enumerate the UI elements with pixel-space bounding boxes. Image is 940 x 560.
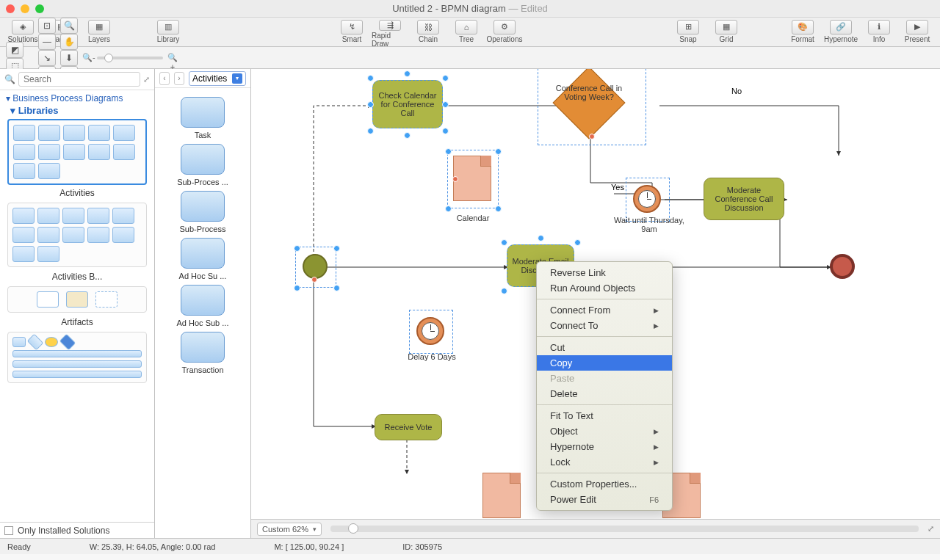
tb-present[interactable]: ▶Present (899, 18, 936, 46)
library-more[interactable] (7, 332, 147, 383)
label-wait: Wait until Thursday, 9am (614, 216, 684, 233)
menu-copy[interactable]: Copy (537, 355, 672, 371)
menu-custom-properties-[interactable]: Custom Properties... (537, 476, 672, 492)
content: 🔍 ⤢ ▾ Business Process Diagrams ▾ Librar… (0, 69, 940, 538)
search-input[interactable] (18, 72, 140, 87)
menu-fit-to-text[interactable]: Fit To Text (537, 408, 672, 423)
tool-button[interactable]: ⬇ (60, 50, 78, 66)
timer-wait[interactable] (633, 185, 661, 213)
menu-connect-from[interactable]: Connect From (537, 302, 672, 318)
shape-sub-proces-[interactable]: Sub-Proces ... (155, 144, 250, 186)
tb-snap[interactable]: ⊞Snap (670, 18, 706, 46)
status-wh: W: 25.39, H: 64.05, Angle: 0.00 rad (90, 542, 216, 551)
shape-ad-hoc-sub-[interactable]: Ad Hoc Sub ... (155, 285, 250, 327)
only-installed-toggle[interactable]: Only Installed Solutions (0, 522, 154, 538)
label-yes: Yes (611, 183, 624, 192)
tool-button[interactable]: 🔍 (60, 18, 78, 34)
tool-button[interactable]: — (38, 34, 56, 50)
shape-sub-process[interactable]: Sub-Process (155, 191, 250, 233)
task-moderate-cc[interactable]: Moderate Conference Call Discussion (704, 178, 784, 220)
label-delay: Delay 6 Days (402, 352, 461, 361)
shape-category-select[interactable]: Activities▾ (189, 71, 246, 86)
tool-button[interactable]: ↘ (38, 50, 56, 66)
libraries-header[interactable]: ▾ Libraries (10, 105, 148, 116)
tb-chain[interactable]: ⛓Chain (410, 18, 446, 46)
gateway-conference[interactable]: Conference Call in Voting Week? (545, 69, 633, 139)
shape-task[interactable]: Task (155, 97, 250, 139)
search-icon: 🔍 (4, 74, 15, 84)
shape-panel: ‹ › Activities▾ TaskSub-Proces ...Sub-Pr… (155, 69, 251, 538)
status-m: M: [ 125.00, 90.24 ] (274, 542, 344, 551)
tb-hypernote[interactable]: 🔗Hypernote (822, 18, 859, 46)
library-button[interactable]: ▥ Library (150, 18, 187, 46)
shape-ad-hoc-su-[interactable]: Ad Hoc Su ... (155, 238, 250, 280)
library-label: Artifacts (6, 317, 148, 327)
expand-icon[interactable]: ⤢ (928, 524, 934, 534)
expand-icon[interactable]: ⤢ (143, 75, 150, 84)
zoom-slider[interactable]: 🔍-🔍+ (82, 53, 178, 63)
zoom-bar: Custom 62%▾ ⤢ (251, 519, 940, 538)
menu-hypernote[interactable]: Hypernote (537, 439, 672, 454)
back-button[interactable]: ‹ (159, 72, 170, 85)
timer-delay[interactable] (416, 317, 444, 345)
library-icon: ▥ (157, 20, 179, 34)
status-bar: Ready W: 25.39, H: 64.05, Angle: 0.00 ra… (0, 538, 940, 554)
tb-rapid-draw[interactable]: ⇶Rapid Draw (372, 18, 408, 46)
menu-delete[interactable]: Delete (537, 386, 672, 401)
menu-run-around-objects[interactable]: Run Around Objects (537, 280, 672, 296)
label-calendar: Calendar (446, 214, 499, 222)
window-title: Untitled 2 - BPMN diagram — Edited (0, 3, 940, 14)
menu-cut[interactable]: Cut (537, 340, 672, 355)
tb-grid[interactable]: ▦Grid (708, 18, 745, 46)
menu-reverse-link[interactable]: Reverse Link (537, 265, 672, 280)
end-event[interactable] (830, 254, 855, 279)
task-receive-vote[interactable]: Receive Vote (375, 414, 442, 440)
library-activities-b[interactable] (7, 203, 147, 267)
menu-power-edit[interactable]: Power EditF6 (537, 492, 672, 507)
canvas-wrap: Check Calendar for Conference Call Confe… (251, 69, 940, 538)
menu-lock[interactable]: Lock (537, 454, 672, 470)
status-id: ID: 305975 (402, 542, 442, 551)
titlebar: Untitled 2 - BPMN diagram — Edited (0, 0, 940, 18)
context-menu: Reverse LinkRun Around ObjectsConnect Fr… (536, 261, 673, 511)
data-object-calendar[interactable] (453, 156, 491, 201)
zoom-select[interactable]: Custom 62%▾ (257, 523, 322, 536)
tb-format[interactable]: 🎨Format (784, 18, 821, 46)
main-toolbar: ◈Solutions▤Pages▦Layers ▥ Library ↯Smart… (0, 18, 940, 47)
menu-object[interactable]: Object (537, 423, 672, 439)
menu-paste: Paste (537, 371, 672, 386)
tb-info[interactable]: ℹInfo (861, 18, 897, 46)
solutions-panel: 🔍 ⤢ ▾ Business Process Diagrams ▾ Librar… (0, 69, 155, 538)
status-ready: Ready (7, 542, 31, 551)
shape-transaction[interactable]: Transaction (155, 332, 250, 374)
menu-connect-to[interactable]: Connect To (537, 318, 672, 333)
label-no: No (731, 87, 742, 95)
library-label: Activities B... (6, 272, 148, 282)
start-event[interactable] (303, 254, 328, 279)
library-label: Activities (6, 188, 148, 198)
checkbox-icon[interactable] (4, 526, 13, 535)
tool-button[interactable]: ⊡ (38, 18, 56, 34)
section-business-process[interactable]: ▾ Business Process Diagrams (6, 93, 148, 103)
tb-operations[interactable]: ⚙Operations (486, 18, 523, 46)
sub-toolbar: ◩⬚ ▭◯AT⊡—↘⤳✎✏⤡⟲⤢ 🔍✋⬇💧✦ 🔍-🔍+ (0, 47, 940, 69)
task-check-calendar[interactable]: Check Calendar for Conference Call (372, 80, 443, 128)
tb-smart[interactable]: ↯Smart (333, 18, 370, 46)
library-artifacts[interactable] (7, 286, 147, 313)
tb-layers[interactable]: ▦Layers (81, 18, 118, 46)
tb-tree[interactable]: ⌂Tree (448, 18, 485, 46)
library-activities[interactable] (7, 119, 147, 185)
forward-button[interactable]: › (174, 72, 184, 85)
data-object-vote[interactable] (482, 473, 521, 518)
canvas[interactable]: Check Calendar for Conference Call Confe… (251, 69, 940, 519)
horizontal-scrollbar[interactable] (330, 526, 919, 532)
tool-button[interactable]: ◩ (6, 42, 24, 58)
tool-button[interactable]: ✋ (60, 34, 78, 50)
